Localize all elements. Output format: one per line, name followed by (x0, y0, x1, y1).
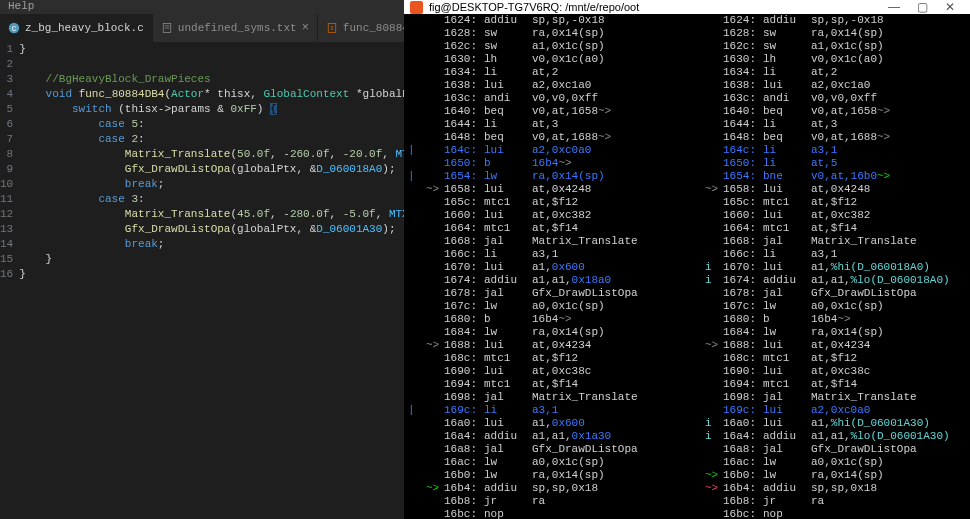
tab-label: undefined_syms.txt (178, 22, 297, 34)
asm-line: 1644:liat,3 (408, 118, 687, 131)
asm-line: i1674:addiua1,a1,%lo(D_060018A0) (687, 274, 966, 287)
asm-line: 165c:mtc1at,$f12 (687, 196, 966, 209)
asm-line: 1640:beqv0,at,1658 ~> (687, 105, 966, 118)
menu-help[interactable]: Help (0, 0, 404, 14)
asm-line: 16ac:lwa0,0x1c(sp) (408, 456, 687, 469)
asm-line: 1624:addiusp,sp,-0x18 (408, 14, 687, 27)
asm-line: 1638:luia2,0xc1a0 (408, 79, 687, 92)
asm-line: 164c:lia3,1 (687, 144, 966, 157)
asm-line: 1674:addiua1,a1,0x18a0 (408, 274, 687, 287)
asm-line: ~>16b4:addiusp,sp,0x18 (687, 482, 966, 495)
svg-text:S: S (330, 26, 333, 32)
asm-line: 168c:mtc1at,$f12 (408, 352, 687, 365)
tab-label: z_bg_heavy_block.c (25, 22, 144, 34)
asm-line: ~>1688:luiat,0x4234 (408, 339, 687, 352)
terminal-pane: fig@DESKTOP-TG7V6RQ: /mnt/e/repo/oot — ▢… (404, 0, 970, 519)
kw-case: case (98, 133, 124, 145)
asm-file-icon: S (326, 22, 338, 34)
asm-line: i16a0:luia1,%hi(D_06001A30) (687, 417, 966, 430)
asm-line: ~>1688:luiat,0x4234 (687, 339, 966, 352)
asm-line: 16a8:jalGfx_DrawDListOpa (408, 443, 687, 456)
asm-line: 162c:swa1,0x1c(sp) (687, 40, 966, 53)
asm-line: 1690:luiat,0xc38c (687, 365, 966, 378)
diff-right-column: 1624:addiusp,sp,-0x181628:swra,0x14(sp)1… (687, 14, 966, 519)
asm-line: 166c:lia3,1 (408, 248, 687, 261)
asm-line: 1684:lwra,0x14(sp) (408, 326, 687, 339)
asm-line: 1650:liat,5 (687, 157, 966, 170)
ubuntu-icon (410, 1, 423, 14)
code-area[interactable]: 12345678 910111213141516 } //BgHeavyBloc… (0, 42, 404, 519)
tab-c-file[interactable]: C z_bg_heavy_block.c (0, 14, 153, 42)
window-title-bar: fig@DESKTOP-TG7V6RQ: /mnt/e/repo/oot — ▢… (404, 0, 970, 14)
c-file-icon: C (8, 22, 20, 34)
asm-line: 1678:jalGfx_DrawDListOpa (408, 287, 687, 300)
asm-line: |1654:lwra,0x14(sp) (408, 170, 687, 183)
asm-line: 1630:lhv0,0x1c(a0) (687, 53, 966, 66)
asm-line: 169c:luia2,0xc0a0 (687, 404, 966, 417)
asm-line: 1698:jalMatrix_Translate (408, 391, 687, 404)
kw-switch: switch (72, 103, 112, 115)
kw-void: void (46, 88, 72, 100)
asm-line: 1664:mtc1at,$f14 (408, 222, 687, 235)
fn-gfx-draw: Gfx_DrawDListOpa (125, 223, 231, 235)
code-editor-pane: Help C z_bg_heavy_block.c undefined_syms… (0, 0, 404, 519)
type-actor: Actor (171, 88, 204, 100)
asm-line: 1640:beqv0,at,1658 ~> (408, 105, 687, 118)
asm-line: 1694:mtc1at,$f14 (408, 378, 687, 391)
fn-matrix-translate: Matrix_Translate (125, 208, 231, 220)
asm-line: 162c:swa1,0x1c(sp) (408, 40, 687, 53)
asm-line: 1678:jalGfx_DrawDListOpa (687, 287, 966, 300)
asm-line: 1628:swra,0x14(sp) (408, 27, 687, 40)
asm-line: 1660:luiat,0xc382 (687, 209, 966, 222)
asm-line: 16ac:lwa0,0x1c(sp) (687, 456, 966, 469)
asm-line: 1660:luiat,0xc382 (408, 209, 687, 222)
asm-line: |169c:lia3,1 (408, 404, 687, 417)
maximize-button[interactable]: ▢ (908, 0, 936, 14)
asm-line: 16a0:luia1,0x600 (408, 417, 687, 430)
kw-case: case (98, 118, 124, 130)
window-title: fig@DESKTOP-TG7V6RQ: /mnt/e/repo/oot (429, 1, 639, 13)
asm-line: |164c:luia2,0xc0a0 (408, 144, 687, 157)
asm-line: 1628:swra,0x14(sp) (687, 27, 966, 40)
asm-line: 16a8:jalGfx_DrawDListOpa (687, 443, 966, 456)
asm-line: 16bc:nop (408, 508, 687, 519)
close-button[interactable]: ✕ (936, 0, 964, 14)
asm-line: 165c:mtc1at,$f12 (408, 196, 687, 209)
asm-line: 1670:luia1,0x600 (408, 261, 687, 274)
line-gutter: 12345678 910111213141516 (0, 42, 19, 519)
asm-line: 1654:bnev0,at,16b0 ~> (687, 170, 966, 183)
fn-gfx-draw: Gfx_DrawDListOpa (125, 163, 231, 175)
asm-line: 16b8:jrra (408, 495, 687, 508)
kw-break: break (125, 238, 158, 250)
fn-name: func_80884DB4 (79, 88, 165, 100)
minimize-button[interactable]: — (880, 0, 908, 14)
brace: } (19, 268, 26, 280)
asm-line: 163c:andiv0,v0,0xff (408, 92, 687, 105)
type-gctx: GlobalContext (264, 88, 350, 100)
close-icon[interactable]: × (302, 21, 309, 35)
asm-line: 168c:mtc1at,$f12 (687, 352, 966, 365)
tab-txt-file[interactable]: undefined_syms.txt × (153, 14, 318, 42)
asm-line: 1698:jalMatrix_Translate (687, 391, 966, 404)
asm-line: 1638:luia2,0xc1a0 (687, 79, 966, 92)
asm-line: 1680:b16b4 ~> (408, 313, 687, 326)
comment: //BgHeavyBlock_DrawPieces (46, 73, 211, 85)
asm-line: 16bc:nop (687, 508, 966, 519)
brace: } (19, 253, 52, 265)
asm-line: ~>16b4:addiusp,sp,0x18 (408, 482, 687, 495)
asm-line: 16b0:lwra,0x14(sp) (408, 469, 687, 482)
asm-line: 1694:mtc1at,$f14 (687, 378, 966, 391)
asm-line: ~>16b0:lwra,0x14(sp) (687, 469, 966, 482)
asm-line: ~>1658:luiat,0x4248 (408, 183, 687, 196)
diff-view[interactable]: 1624:addiusp,sp,-0x181628:swra,0x14(sp)1… (404, 14, 970, 519)
asm-line: 1668:jalMatrix_Translate (687, 235, 966, 248)
svg-text:C: C (12, 25, 17, 33)
asm-line: 1680:b16b4 ~> (687, 313, 966, 326)
asm-line: 1690:luiat,0xc38c (408, 365, 687, 378)
asm-line: 1648:beqv0,at,1688 ~> (408, 131, 687, 144)
asm-line: 1634:liat,2 (687, 66, 966, 79)
brace: } (19, 43, 26, 55)
asm-line: i16a4:addiua1,a1,%lo(D_06001A30) (687, 430, 966, 443)
text-file-icon (161, 22, 173, 34)
asm-line: 1634:liat,2 (408, 66, 687, 79)
